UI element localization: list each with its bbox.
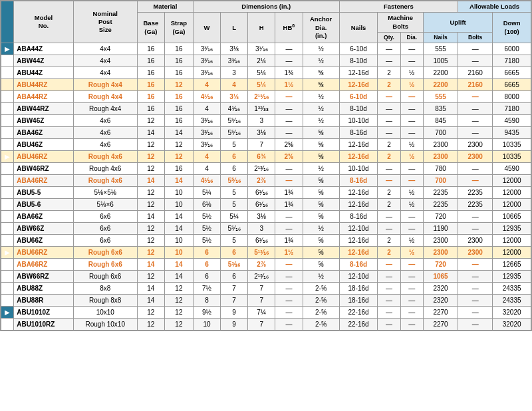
dia-cell: —: [400, 283, 423, 295]
l-cell: 5: [221, 187, 248, 199]
base-ga-cell: 14: [137, 283, 164, 295]
hb-cell: 1¾: [275, 199, 303, 211]
uplift-nails-cell: 2300: [423, 235, 458, 247]
down-cell: 12000: [493, 235, 531, 247]
table-row: ABW66RZRough 6x61214662¹³⁄₁₆—½12-10d——10…: [1, 271, 531, 283]
uplift-nails-cell: 720: [423, 259, 458, 271]
arrow-cell: [1, 55, 14, 67]
dia-cell: ½: [400, 67, 423, 79]
strap-ga-cell: 12: [164, 151, 193, 163]
w-cell: 6: [193, 247, 220, 259]
h-cell: 3: [248, 115, 275, 127]
anchor-dia-cell: ⅝: [303, 247, 339, 259]
anchor-dia-cell: ⅝: [303, 211, 339, 223]
l-header: L: [221, 13, 248, 43]
table-row: ABW46Z4x612163³⁄₁₆5⁵⁄₁₆3—½10-10d——845—45…: [1, 115, 531, 127]
anchor-dia-cell: ⅝: [303, 259, 339, 271]
hb-cell: —: [275, 211, 303, 223]
hb-header: HB6: [275, 13, 303, 43]
w-cell: 5½: [193, 235, 220, 247]
arrow-cell: [1, 79, 14, 91]
l-cell: 3: [221, 67, 248, 79]
table-row: ▶ABU1010Z10x1012129½97¼—2-⅝22-16d——2270—…: [1, 307, 531, 319]
base-ga-cell: 16: [137, 103, 164, 115]
header-row-1: ModelNo. NominalPostSize Material Dimens…: [1, 1, 531, 13]
strap-ga-cell: 14: [164, 259, 193, 271]
h-cell: 2⅞: [248, 259, 275, 271]
qty-cell: 2: [378, 199, 400, 211]
arrow-cell: [1, 295, 14, 307]
table-row: ABU1010RZRough 10x1012121097—2-⅝22-16d——…: [1, 319, 531, 331]
h-cell: 7: [248, 295, 275, 307]
dia-cell: ½: [400, 199, 423, 211]
w-cell: 4¹⁄₁₆: [193, 175, 220, 187]
dia-cell: —: [400, 103, 423, 115]
l-cell: 7: [221, 295, 248, 307]
model-cell: ABU1010Z: [14, 307, 74, 319]
nails-cell: 12-16d: [339, 79, 378, 91]
model-no-header: ModelNo.: [14, 1, 74, 43]
qty-cell: —: [378, 175, 400, 187]
hb-cell: 1½: [275, 79, 303, 91]
strap-ga-cell: 10: [164, 187, 193, 199]
arrow-icon: ▶: [5, 153, 10, 160]
qty-cell: —: [378, 319, 400, 331]
strap-ga-cell: 12: [164, 319, 193, 331]
arrow-cell: [1, 319, 14, 331]
dia-cell: —: [400, 43, 423, 55]
uplift-bolts-cell: 2300: [458, 151, 493, 163]
arrow-icon: ▶: [5, 309, 10, 316]
down-cell: 12935: [493, 223, 531, 235]
nails-cell: 8-10d: [339, 55, 378, 67]
nails-cell: 6-10d: [339, 43, 378, 55]
l-cell: 6: [221, 271, 248, 283]
strap-ga-cell: 16: [164, 91, 193, 103]
arrow-cell: [1, 115, 14, 127]
dia-cell: ½: [400, 151, 423, 163]
hb-cell: 1¾: [275, 235, 303, 247]
fasteners-header: Fasteners: [339, 1, 458, 13]
loads-table: ModelNo. NominalPostSize Material Dimens…: [1, 1, 531, 331]
base-ga-cell: 16: [137, 55, 164, 67]
hb-cell: —: [275, 175, 303, 187]
post-size-cell: 4x4: [73, 55, 137, 67]
arrow-cell: ▶: [1, 43, 14, 55]
post-size-cell: 10x10: [73, 307, 137, 319]
uplift-bolts-cell: —: [458, 211, 493, 223]
qty-cell: —: [378, 115, 400, 127]
table-row: ABW44RZRough 4x4161644¹⁄₁₆1³²⁄₃₃—½8-10d—…: [1, 103, 531, 115]
model-cell: ABU66RZ: [14, 247, 74, 259]
l-cell: 5: [221, 199, 248, 211]
uplift-bolts-cell: —: [458, 307, 493, 319]
h-cell: 2¼: [248, 55, 275, 67]
strap-ga-cell: 16: [164, 55, 193, 67]
hb-cell: 2⅝: [275, 139, 303, 151]
down-cell: 4590: [493, 115, 531, 127]
l-cell: 3⅛: [221, 91, 248, 103]
nails-cell: 12-16d: [339, 247, 378, 259]
uplift-nails-cell: 700: [423, 127, 458, 139]
post-size-cell: 6x6: [73, 223, 137, 235]
w-cell: 4¹⁄₁₆: [193, 91, 220, 103]
uplift-nails-cell: 555: [423, 43, 458, 55]
l-cell: 5⁵⁄₁₆: [221, 223, 248, 235]
hb-cell: —: [275, 127, 303, 139]
arrow-cell: [1, 283, 14, 295]
hb-cell: —: [275, 103, 303, 115]
h-cell: 5¼: [248, 67, 275, 79]
h-cell: 2⅞: [248, 175, 275, 187]
uplift-bolts-cell: —: [458, 103, 493, 115]
qty-cell: 2: [378, 151, 400, 163]
w-cell: 9½: [193, 307, 220, 319]
strap-ga-cell: 10: [164, 199, 193, 211]
uplift-bolts-cell: 2300: [458, 235, 493, 247]
h-cell: 7¼: [248, 307, 275, 319]
model-cell: ABU5-6: [14, 199, 74, 211]
nails-cell: 18-16d: [339, 283, 378, 295]
arrow-icon: ▶: [5, 249, 10, 256]
l-cell: 9: [221, 307, 248, 319]
hb-cell: 2⅝: [275, 151, 303, 163]
w-cell: 3³⁄₁₆: [193, 115, 220, 127]
strap-ga-cell: 16: [164, 115, 193, 127]
post-size-cell: Rough 6x6: [73, 247, 137, 259]
